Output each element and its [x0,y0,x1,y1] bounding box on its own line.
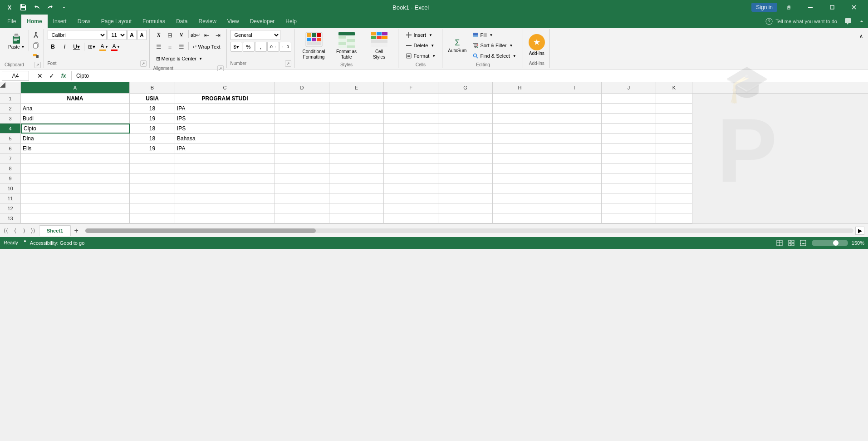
scroll-right-button[interactable]: ▶ [855,227,864,235]
copy-button[interactable] [31,40,41,50]
sign-in-button[interactable]: Sign in [751,3,777,12]
cell-H1[interactable] [493,94,547,104]
cell-I13[interactable] [547,213,602,223]
cell-J11[interactable] [602,193,656,203]
cell-A6[interactable]: Elis [21,144,130,154]
cell-D8[interactable] [275,164,329,173]
minimize-button[interactable] [800,0,821,15]
cell-A4[interactable]: Cipto [21,124,130,134]
text-direction-button[interactable]: ab↵ [190,30,201,40]
cell-F9[interactable] [384,173,438,183]
cell-D4[interactable] [275,124,329,134]
corner-cell[interactable] [0,82,21,93]
cell-D2[interactable] [275,104,329,114]
cell-J10[interactable] [602,183,656,193]
tab-review[interactable]: Review [193,15,221,28]
row-header-11[interactable]: 11 [0,193,21,203]
cell-E8[interactable] [329,164,384,173]
cell-B12[interactable] [130,203,175,213]
col-header-F[interactable]: F [384,82,438,93]
cell-B10[interactable] [130,183,175,193]
col-header-J[interactable]: J [602,82,656,93]
col-header-G[interactable]: G [438,82,493,93]
cell-J9[interactable] [602,173,656,183]
cell-I11[interactable] [547,193,602,203]
cell-I2[interactable] [547,104,602,114]
sheet-nav-first[interactable]: ⟨⟨ [2,227,10,235]
cell-D7[interactable] [275,154,329,164]
font-family-select[interactable]: Calibri [48,30,107,40]
font-size-select[interactable]: 11 [108,30,127,40]
cell-G5[interactable] [438,134,493,144]
ribbon-collapse-button[interactable]: ∧ [856,31,866,41]
cell-C3[interactable]: IPS [175,114,275,124]
cell-H13[interactable] [493,213,547,223]
sheet-nav-last[interactable]: ⟩⟩ [29,227,37,235]
cell-I12[interactable] [547,203,602,213]
row-header-13[interactable]: 13 [0,213,21,223]
cell-K6[interactable] [656,144,692,154]
normal-view-button[interactable] [775,238,785,248]
restore-down-button[interactable] [778,0,799,15]
number-expand-button[interactable]: ↗ [285,60,291,67]
cell-C4[interactable]: IPS [175,124,275,134]
cell-K1[interactable] [656,94,692,104]
tab-formulas[interactable]: Formulas [137,15,171,28]
cell-E2[interactable] [329,104,384,114]
sheet-nav-next[interactable]: ⟩ [20,227,28,235]
cell-J2[interactable] [602,104,656,114]
cell-D3[interactable] [275,114,329,124]
add-sheet-button[interactable]: + [71,225,82,236]
cell-A1[interactable]: NAMA [21,94,130,104]
cell-B6[interactable]: 19 [130,144,175,154]
cell-reference-input[interactable] [2,71,29,81]
page-layout-view-button[interactable] [786,238,796,248]
cell-A9[interactable] [21,173,130,183]
cell-G2[interactable] [438,104,493,114]
cell-I1[interactable] [547,94,602,104]
cell-E9[interactable] [329,173,384,183]
cell-K13[interactable] [656,213,692,223]
comma-button[interactable]: , [255,42,267,52]
cell-D12[interactable] [275,203,329,213]
horizontal-scrollbar[interactable] [85,228,853,233]
cell-J12[interactable] [602,203,656,213]
cell-C7[interactable] [175,154,275,164]
tab-home[interactable]: Home [21,15,47,28]
cell-K2[interactable] [656,104,692,114]
sheet-tab-sheet1[interactable]: Sheet1 [39,225,71,236]
ribbon-collapse-icon[interactable] [855,15,868,28]
cut-button[interactable] [31,30,41,40]
cell-A8[interactable] [21,164,130,173]
font-color-button[interactable]: A ▾ [110,42,121,52]
confirm-formula-button[interactable]: ✓ [47,71,57,81]
cell-G3[interactable] [438,114,493,124]
cell-A10[interactable] [21,183,130,193]
zoom-slider-thumb[interactable] [833,240,839,246]
cell-I8[interactable] [547,164,602,173]
find-select-button[interactable]: Find & Select ▼ [469,51,520,61]
save-icon[interactable] [17,1,29,13]
row-header-5[interactable]: 5 [0,134,21,144]
close-button[interactable] [843,0,864,15]
cell-K12[interactable] [656,203,692,213]
row-header-9[interactable]: 9 [0,173,21,183]
underline-button[interactable]: U▾ [71,42,82,52]
cell-C5[interactable]: Bahasa [175,134,275,144]
undo-icon[interactable] [31,1,43,13]
italic-button[interactable]: I [59,42,70,52]
cell-E4[interactable] [329,124,384,134]
cell-D10[interactable] [275,183,329,193]
cell-K8[interactable] [656,164,692,173]
cell-B3[interactable]: 19 [130,114,175,124]
delete-button[interactable]: Delete ▼ [402,40,438,50]
paste-dropdown-arrow[interactable]: ▼ [21,45,25,49]
fill-button[interactable]: Fill ▼ [469,30,520,40]
cell-A2[interactable]: Ana [21,104,130,114]
decrease-decimal-button[interactable]: ←.0 [280,42,291,52]
cell-K3[interactable] [656,114,692,124]
formula-input[interactable] [74,71,866,81]
cell-K5[interactable] [656,134,692,144]
cell-A5[interactable]: Dina [21,134,130,144]
horizontal-scrollbar-thumb[interactable] [85,228,316,233]
